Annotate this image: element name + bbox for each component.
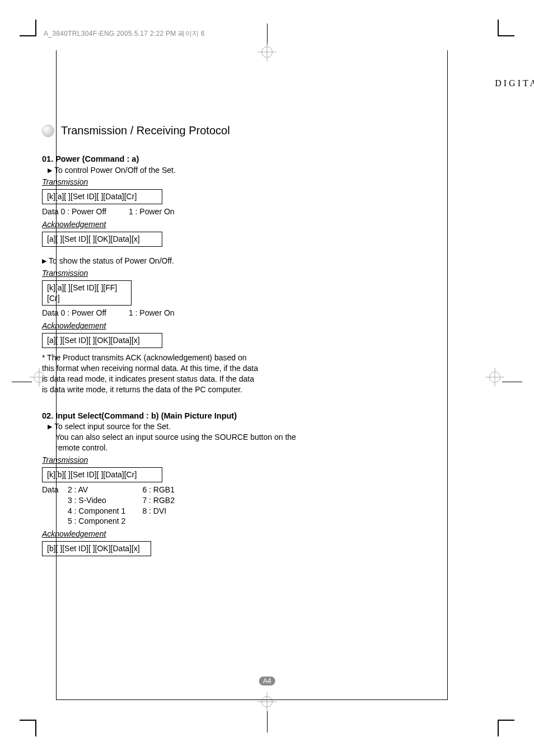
data-table-02: Data 2 : AV 3 : S-Video 4 : Component 1 … [42,485,322,527]
arrow-icon: ▶ [42,257,46,264]
cmd-01-desc2: ▶To show the status of Power On/Off. [42,256,322,266]
crop-mark-br [498,720,514,736]
ack-label: Acknowledgement [42,219,322,230]
ack-code-02: [b][ ][Set ID][ ][OK][Data][x] [42,541,151,556]
page-bottom-border [56,699,448,700]
transmission-code-02: [k][b][ ][Set ID][ ][Data][Cr] [42,467,162,482]
registration-mark-bottom [261,694,273,732]
data-row-01a: Data 0 : Power Off1 : Power On [42,206,322,217]
content-area: Transmission / Receiving Protocol 01. Po… [42,123,322,558]
registration-mark-left [10,370,45,387]
transmission-code-01a: [k][a][ ][Set ID][ ][Data][Cr] [42,189,162,204]
arrow-icon: ▶ [48,167,52,173]
list-item: 8 : DVI [142,506,175,516]
registration-mark-right [489,370,524,387]
section-header: Transmission / Receiving Protocol [42,123,322,138]
list-item: 6 : RGB1 [142,485,175,495]
transmission-label: Transmission [42,268,322,279]
transmission-code-01b: [k][a][ ][Set ID][ ][FF][Cr] [42,280,132,306]
cmd-01-title: 01. Power (Command : a) [42,154,322,165]
data-row-01b: Data 0 : Power Off1 : Power On [42,308,322,318]
list-item: 5 : Component 2 [68,516,126,527]
page-number: A4 [259,677,275,685]
ack-label: Acknowledgement [42,529,322,539]
crop-mark-tr [498,20,514,36]
list-item: 3 : S-Video [68,495,126,506]
file-header-note: A_3840TRL304F-ENG 2005.5.17 2:22 PM 페이지 … [44,29,205,39]
list-item: 4 : Component 1 [68,506,126,516]
list-item: 7 : RGB2 [142,495,175,506]
bullet-sphere-icon [42,125,54,137]
ack-label: Acknowledgement [42,321,322,331]
brand-digital: DIGITAL [495,78,534,88]
ack-note: * The Product transmits ACK (acknowledge… [42,353,260,395]
section-title: Transmission / Receiving Protocol [61,123,230,138]
crop-mark-tl [20,20,36,36]
ack-code-01a: [a][ ][Set ID][ ][OK][Data][x] [42,232,162,247]
transmission-label: Transmission [42,177,322,187]
arrow-icon: ▶ [48,423,52,430]
ack-code-01b: [a][ ][Set ID][ ][OK][Data][x] [42,333,162,348]
list-item: 2 : AV [68,485,126,495]
cmd-01-desc: ▶To control Power On/Off of the Set. [48,165,322,176]
transmission-label: Transmission [42,455,322,466]
cmd-02-title: 02. Input Select(Command : b) (Main Pict… [42,411,322,422]
crop-mark-bl [20,720,36,736]
brand-logo: DIGITALezLG [456,78,534,90]
cmd-02-desc: ▶To select input source for the Set. You… [48,421,322,453]
